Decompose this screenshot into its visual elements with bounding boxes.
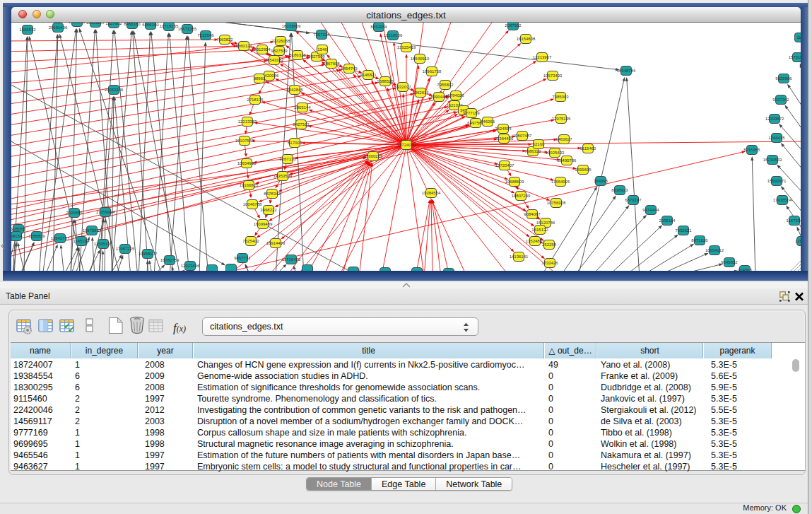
svg-text:2867608: 2867608 — [323, 62, 340, 66]
svg-text:19218506: 19218506 — [384, 33, 403, 37]
svg-text:10107553: 10107553 — [235, 139, 254, 143]
svg-text:1527602: 1527602 — [105, 23, 122, 25]
svg-text:252254: 252254 — [542, 243, 557, 247]
svg-text:18807249: 18807249 — [512, 194, 531, 198]
svg-text:9227342: 9227342 — [772, 98, 789, 102]
svg-text:9827509: 9827509 — [271, 49, 288, 53]
svg-text:9463627: 9463627 — [555, 137, 572, 141]
svg-text:23226058: 23226058 — [271, 39, 290, 43]
svg-text:16099489: 16099489 — [254, 222, 273, 226]
svg-text:8471626: 8471626 — [691, 238, 708, 243]
svg-text:20053346: 20053346 — [105, 88, 124, 92]
svg-text:17916504: 17916504 — [773, 198, 792, 202]
svg-text:2803144: 2803144 — [294, 105, 311, 110]
svg-text:16543382: 16543382 — [265, 58, 284, 62]
svg-text:8215955: 8215955 — [743, 148, 760, 152]
svg-text:6794028: 6794028 — [447, 93, 464, 98]
svg-text:7986322: 7986322 — [524, 149, 541, 153]
svg-text:6466160: 6466160 — [142, 23, 159, 27]
svg-text:17957225: 17957225 — [116, 247, 135, 251]
svg-text:25300215: 25300215 — [364, 154, 383, 158]
svg-text:19384554: 19384554 — [422, 191, 441, 195]
svg-text:17359924: 17359924 — [96, 210, 115, 214]
svg-text:8660124: 8660124 — [235, 44, 252, 48]
svg-text:1546: 1546 — [317, 47, 327, 52]
svg-text:12093872: 12093872 — [765, 117, 784, 121]
svg-text:9084067: 9084067 — [524, 212, 541, 216]
svg-text:14136141: 14136141 — [510, 255, 529, 259]
svg-text:817004: 817004 — [288, 141, 302, 145]
svg-text:14353594: 14353594 — [273, 174, 293, 178]
svg-text:10975857: 10975857 — [83, 228, 102, 233]
svg-text:10025433: 10025433 — [546, 151, 565, 155]
svg-text:8813054: 8813054 — [370, 25, 387, 29]
svg-text:2106532: 2106532 — [69, 23, 86, 24]
svg-text:7663822: 7663822 — [216, 37, 233, 42]
svg-text:2935114: 2935114 — [659, 218, 676, 223]
svg-text:9699695: 9699695 — [575, 168, 592, 172]
svg-text:8466160: 8466160 — [124, 23, 141, 26]
svg-text:9457771: 9457771 — [234, 256, 251, 260]
svg-text:111: 111 — [796, 35, 801, 40]
svg-text:3498222: 3498222 — [260, 208, 277, 212]
svg-text:3267130: 3267130 — [279, 157, 296, 161]
svg-text:✓: ✓ — [68, 325, 75, 334]
svg-text:10973493: 10973493 — [543, 74, 563, 78]
svg-text:2718176: 2718176 — [247, 98, 264, 102]
svg-text:10719155: 10719155 — [160, 24, 179, 28]
svg-text:164095: 164095 — [594, 179, 608, 183]
svg-text:126753: 126753 — [795, 239, 801, 243]
svg-text:16154808: 16154808 — [517, 37, 536, 41]
svg-text:8427512: 8427512 — [293, 122, 310, 127]
svg-text:1167534: 1167534 — [787, 218, 801, 223]
svg-text:9777169: 9777169 — [463, 111, 480, 115]
svg-text:12505135: 12505135 — [94, 242, 113, 246]
svg-text:18724007: 18724007 — [397, 143, 416, 147]
svg-text:21364436: 21364436 — [495, 136, 514, 141]
svg-text:10046788: 10046788 — [243, 202, 262, 206]
svg-text:2087682: 2087682 — [505, 23, 522, 28]
svg-text:7632621: 7632621 — [675, 228, 692, 233]
svg-text:8454749: 8454749 — [341, 66, 358, 71]
svg-text:1362615: 1362615 — [412, 90, 429, 95]
svg-text:3624554: 3624554 — [495, 127, 512, 131]
svg-text:16120746: 16120746 — [536, 221, 555, 225]
svg-text:8990448: 8990448 — [430, 95, 447, 99]
svg-text:746266: 746266 — [481, 119, 495, 124]
svg-text:1156829: 1156829 — [29, 234, 46, 238]
svg-text:8912954: 8912954 — [254, 47, 271, 52]
svg-text:15716485: 15716485 — [282, 257, 301, 262]
svg-text:12213383: 12213383 — [238, 119, 257, 124]
svg-text:1615132: 1615132 — [531, 228, 548, 232]
svg-text:10807487: 10807487 — [513, 134, 532, 138]
svg-text:9245652: 9245652 — [721, 260, 738, 264]
svg-text:7955812: 7955812 — [437, 83, 454, 87]
svg-text:12942737: 12942737 — [51, 236, 70, 240]
svg-text:17654925: 17654925 — [551, 180, 570, 184]
svg-text:10653287: 10653287 — [86, 23, 105, 25]
svg-text:10756928: 10756928 — [547, 201, 566, 205]
svg-text:7485003: 7485003 — [552, 95, 569, 99]
svg-text:5322037: 5322037 — [394, 85, 411, 89]
svg-text:9115460: 9115460 — [580, 146, 597, 151]
svg-text:1244415: 1244415 — [768, 136, 785, 140]
svg-text:12923446: 12923446 — [181, 264, 200, 268]
svg-text:6879197: 6879197 — [625, 198, 642, 202]
svg-text:9146821: 9146821 — [360, 73, 377, 77]
svg-text:16961758: 16961758 — [423, 69, 442, 74]
svg-text:7515546: 7515546 — [197, 33, 214, 37]
svg-text:924565: 924565 — [738, 268, 753, 271]
svg-text:19166825: 19166825 — [240, 183, 259, 187]
svg-text:10958107: 10958107 — [139, 252, 158, 256]
svg-text:1145194: 1145194 — [73, 239, 90, 243]
svg-text:62160: 62160 — [533, 142, 545, 146]
svg-text:16548784: 16548784 — [617, 69, 636, 73]
svg-text:9474444: 9474444 — [642, 208, 659, 212]
svg-text:16914479: 16914479 — [266, 241, 286, 245]
svg-text:8938923: 8938923 — [611, 188, 628, 192]
svg-text:2020655: 2020655 — [66, 211, 83, 215]
svg-text:1588520: 1588520 — [377, 79, 394, 83]
svg-text:1405572: 1405572 — [19, 28, 36, 32]
svg-text:13325419: 13325419 — [397, 45, 416, 49]
svg-text:18640910: 18640910 — [411, 57, 430, 61]
